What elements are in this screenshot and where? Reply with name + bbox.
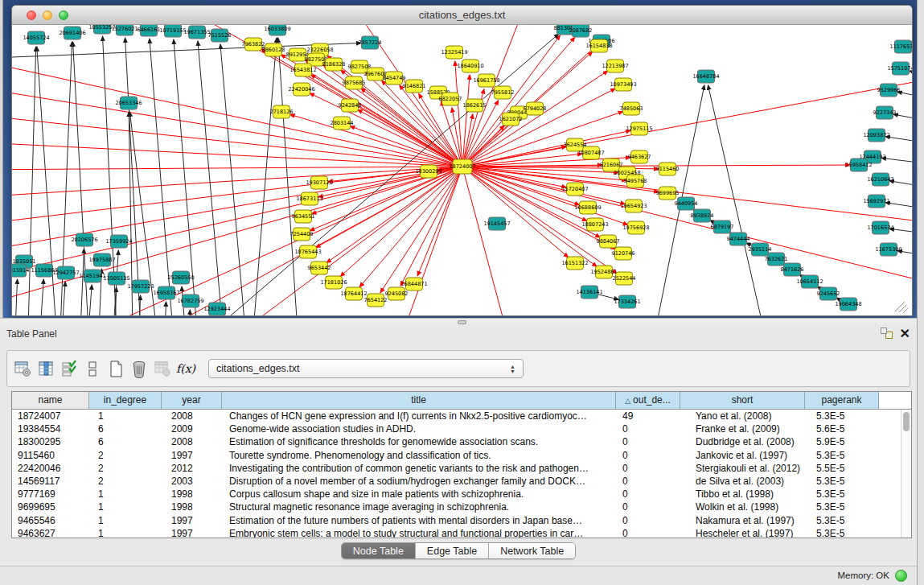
node-label: 17181026 (320, 279, 347, 286)
node-label: 17334261 (614, 299, 640, 305)
column-header-pagerank[interactable]: pagerank (805, 392, 879, 409)
table-cell: 0 (616, 435, 680, 448)
node-label: 17957223 (127, 283, 154, 290)
select-rows-icon[interactable] (60, 359, 78, 378)
table-settings-icon[interactable] (14, 359, 31, 378)
table-cell: Structural magnetic resonance image aver… (222, 501, 616, 513)
table-row[interactable]: 1938455462009Genome-wide association stu… (12, 422, 911, 435)
table-cell: Disruption of a novel member of a sodium… (222, 475, 616, 488)
table-row[interactable]: 1456911722003Disruption of a novel membe… (12, 475, 911, 488)
node-label: 3915914 (12, 267, 29, 274)
table-cell: 5.3E-5 (805, 488, 879, 501)
table-cell: 2003 (162, 475, 222, 488)
table-row[interactable]: 2242004622012Investigating the contribut… (12, 462, 911, 475)
close-window-button[interactable] (27, 10, 36, 20)
table-cell: Investigating the contribution of common… (222, 462, 616, 475)
table-cell: 0 (616, 449, 680, 462)
column-header-name[interactable]: name (12, 392, 89, 409)
table-cell: Jankovic et al. (1997) (680, 449, 805, 462)
citation-edge-red (12, 113, 462, 167)
tab-node-table[interactable]: Node Table (342, 543, 416, 558)
node-label: 19756928 (622, 225, 649, 231)
right-panel-edge (917, 0, 924, 585)
node-label: 8186328 (322, 61, 346, 68)
table-selector-dropdown[interactable]: citations_edges.txt ▲▼ (208, 359, 524, 378)
node-label: 10807487 (577, 150, 604, 156)
canvas-resize-grip[interactable] (895, 302, 908, 313)
table-row[interactable]: 969969511998Structural magnetic resonanc… (12, 501, 911, 513)
table-cell: 5.3E-5 (805, 501, 879, 513)
table-row[interactable]: 977716911998Corpus callosum shape and si… (12, 488, 911, 501)
minimize-window-button[interactable] (43, 10, 52, 20)
column-header-title[interactable]: title (222, 392, 616, 409)
table-cell: 5.3E-5 (805, 410, 879, 422)
node-label: 6794028 (524, 105, 547, 112)
citation-edge-red (462, 167, 912, 290)
table-cell: 9699695 (12, 501, 89, 513)
tab-edge-table[interactable]: Edge Table (416, 543, 489, 558)
citation-edge-black (278, 38, 298, 315)
zoom-window-button[interactable] (59, 10, 68, 20)
row-height-icon[interactable] (84, 359, 101, 378)
table-row[interactable]: 1830029562008Estimation of significance … (12, 435, 911, 448)
node-label: 19654923 (620, 203, 647, 209)
node-label: 7955812 (491, 89, 515, 96)
node-label: 10973493 (610, 81, 636, 88)
table-cell: 1998 (162, 501, 222, 513)
column-header-short[interactable]: short (680, 392, 805, 409)
table-cell: 9465546 (12, 514, 89, 527)
table-row[interactable]: 911546021997Tourette syndrome. Phenomeno… (12, 449, 911, 462)
column-header-out-degree[interactable]: △out_de... (616, 392, 680, 409)
node-label: 19524861 (590, 269, 617, 275)
network-view-window[interactable]: citations_edges.txt 14055724206914061055… (11, 5, 913, 316)
table-vertical-scrollbar[interactable] (901, 410, 911, 538)
table-row[interactable]: 946362711997Embryonic stem cells: a mode… (12, 527, 911, 538)
node-label: 14055724 (23, 35, 49, 41)
table-cell: 18300295 (12, 435, 89, 448)
node-label: 19671355 (183, 29, 210, 35)
node-label: 16844871 (400, 281, 427, 287)
table-cell: 0 (616, 462, 680, 475)
float-panel-icon[interactable] (881, 328, 893, 340)
node-label: 9245652 (817, 290, 840, 297)
table-cell: Tourette syndrome. Phenomenology and cla… (222, 449, 616, 462)
table-cell: Nakamura et al. (1997) (680, 514, 805, 527)
window-titlebar[interactable]: citations_edges.txt (12, 6, 912, 25)
sort-ascending-icon: △ (625, 397, 630, 405)
column-header-in-degree[interactable]: in_degree (89, 392, 162, 409)
node-label: 12923444 (203, 306, 230, 312)
network-canvas[interactable]: 1405572420691406105532571527602164661611… (12, 25, 912, 315)
table-cell: 5.6E-5 (805, 422, 879, 435)
node-label: 10654112 (796, 278, 823, 285)
node-label: 19975887 (88, 257, 115, 263)
node-label: 20653346 (115, 100, 142, 106)
table-type-tabs: Node TableEdge TableNetwork Table (341, 542, 576, 559)
close-panel-icon[interactable]: ✕ (900, 328, 910, 340)
table-row[interactable]: 946554611997Estimation of the future num… (12, 514, 911, 527)
node-label: 9120746 (612, 250, 635, 257)
table-cell: 1997 (162, 449, 222, 462)
node-label: 9146821 (403, 83, 426, 89)
delete-table-icon[interactable] (130, 359, 148, 378)
tab-network-table[interactable]: Network Table (489, 543, 575, 558)
node-label: 10719155 (159, 27, 186, 34)
function-builder-icon[interactable]: f(x) (177, 359, 195, 378)
window-title: citations_edges.txt (12, 6, 912, 25)
table-cell: 6 (89, 435, 162, 448)
citation-edge-black (220, 44, 245, 315)
table-row[interactable]: 1872400712008Changes of HCN gene express… (12, 410, 911, 422)
scrollbar-thumb[interactable] (903, 412, 910, 431)
table-cell: Tibbo et al. (1998) (680, 488, 805, 501)
node-label: 16543812 (290, 67, 316, 73)
table-cell: 0 (616, 527, 680, 538)
panel-splitter[interactable] (0, 318, 917, 324)
table-cell: Genome-wide association studies in ADHD. (222, 422, 616, 435)
select-column-icon[interactable] (37, 359, 55, 378)
memory-ok-indicator (895, 570, 907, 582)
column-header-year[interactable]: year (162, 392, 222, 409)
node-label: 8471626 (781, 266, 804, 273)
node-label: 9242848 (339, 102, 362, 109)
node-label: 8454749 (383, 75, 406, 81)
new-table-icon[interactable] (107, 359, 125, 378)
table-cell: de Silva et al. (2003) (680, 475, 805, 488)
